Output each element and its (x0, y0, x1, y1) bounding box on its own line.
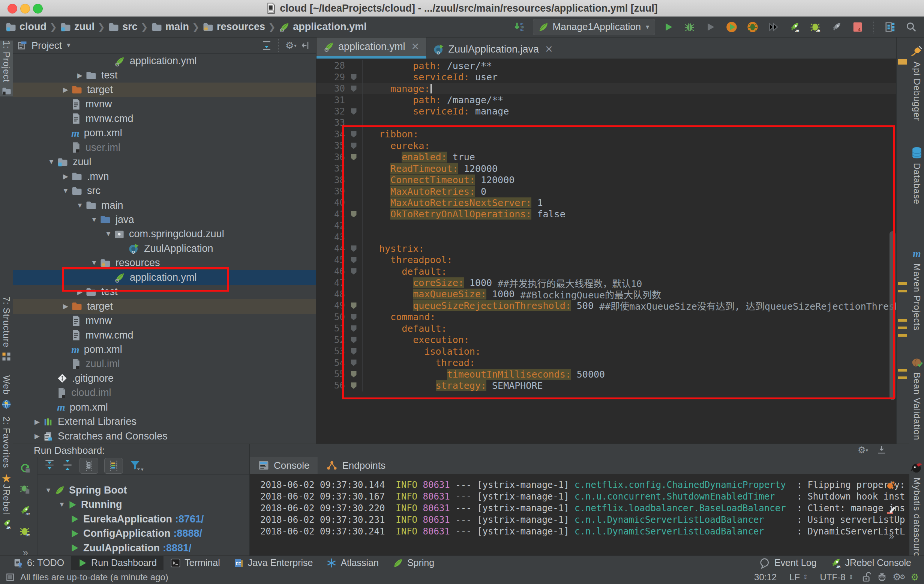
shield-gutter-icon[interactable] (351, 359, 356, 366)
code-line-53[interactable]: 53 isolation: (317, 346, 896, 357)
editor-scrollbar[interactable] (889, 231, 896, 400)
minimize-window-button[interactable] (20, 4, 30, 13)
tool-window-button-2-favorites[interactable]: 2: Favorites★ (0, 417, 13, 485)
shield-gutter-icon[interactable] (351, 131, 356, 137)
error-stripe[interactable] (896, 38, 909, 443)
debug-button[interactable] (682, 20, 697, 35)
code-line-47[interactable]: 47 coreSize: 1000 ##并发执行的最大线程数，默认10 (317, 277, 896, 288)
tree-item-scratches-and-consoles[interactable]: ▶Scratches and Consoles (13, 429, 316, 443)
tool-window-button-jrebel[interactable]: JRebelJR (0, 484, 13, 529)
chevron-right-icon[interactable]: ▶ (60, 172, 71, 180)
tree-item-java[interactable]: ▼java (13, 212, 316, 227)
tree-item-application-yml[interactable]: application.yml (13, 270, 316, 285)
breadcrumb-item[interactable]: main (151, 21, 189, 33)
dashboard-jr-bug-button[interactable]: JR (20, 526, 31, 539)
code-line-29[interactable]: 29 serviceId: user (317, 71, 896, 83)
dashboard-item-running[interactable]: ▼Running (56, 498, 122, 512)
lock-gutter-icon[interactable] (351, 303, 356, 309)
editor-tab-application-yml[interactable]: application.yml✕ (317, 38, 426, 58)
code-line-46[interactable]: 46 default: (317, 266, 896, 277)
code-line-39[interactable]: 39 MaxAutoRetries: 0 (317, 186, 896, 197)
code-line-54[interactable]: 54 thread: (317, 357, 896, 368)
code-line-48[interactable]: 48 maxQueueSize: 1000 ##BlockingQueue的最大… (317, 289, 896, 300)
tool-window-button-atlassian[interactable]: Atlassian (320, 556, 385, 570)
tree-item-com-springcloud-zuul[interactable]: ▼com.springcloud.zuul (13, 227, 316, 242)
chevron-down-icon[interactable]: ▼ (103, 230, 114, 238)
tree-item-src[interactable]: ▼src (13, 184, 316, 198)
code-line-37[interactable]: 37 ReadTimeout: 120000 (317, 163, 896, 174)
chevron-right-icon[interactable]: ▶ (60, 86, 71, 94)
tool-window-button-database[interactable]: Database (909, 146, 924, 205)
collapse-all-button[interactable] (61, 459, 74, 473)
tool-window-button-6-todo[interactable]: 6: TODO (6, 556, 71, 570)
code-line-50[interactable]: 50 command: (317, 311, 896, 323)
tool-window-button-web[interactable]: Web (0, 376, 13, 410)
tool-window-button-jrebel-console[interactable]: JRJRebel Console (823, 556, 918, 570)
chevron-down-icon[interactable]: ▼ (89, 216, 100, 224)
editor-tab-zuulapplication-java[interactable]: ZuulApplication.java✕ (426, 40, 560, 58)
shield-gutter-icon[interactable] (351, 86, 356, 92)
shield-gutter-icon[interactable] (351, 348, 356, 355)
code-line-41[interactable]: 41 OkToRetryOnAllOperations: false (317, 208, 896, 220)
tree-item-zuul-iml[interactable]: zuul.iml (13, 357, 316, 371)
tree-item-user-iml[interactable]: user.iml (13, 141, 316, 155)
skip-button[interactable] (766, 20, 781, 35)
tool-window-button-terminal[interactable]: Terminal (163, 556, 226, 570)
coverage-button[interactable] (724, 20, 739, 35)
chevron-down-icon[interactable]: ▼ (66, 42, 72, 49)
chevron-down-icon[interactable]: ▼ (60, 187, 71, 195)
code-line-33[interactable]: 33 (317, 117, 896, 128)
layout-button[interactable] (883, 20, 898, 35)
tree-item-pom-xml[interactable]: mpom.xml (13, 126, 316, 141)
maximize-window-button[interactable] (33, 4, 43, 13)
stripe-mark[interactable] (898, 319, 907, 322)
line-separator[interactable]: LF⇕ (785, 572, 811, 582)
tree-item-zuulapplication[interactable]: ZuulApplication (13, 242, 316, 256)
tool-window-button-event-log[interactable]: Event Log (752, 556, 823, 570)
profile-button[interactable] (745, 20, 760, 35)
lock-open-icon[interactable] (862, 572, 871, 582)
shield-gutter-icon[interactable] (351, 325, 356, 332)
code-area[interactable]: 28 path: /user/**29 serviceId: user30 ma… (317, 58, 896, 443)
chevron-right-icon[interactable]: ▶ (31, 432, 43, 440)
breadcrumb-item[interactable]: zuul (60, 21, 94, 33)
code-line-28[interactable]: 28 path: /user/** (317, 60, 896, 71)
file-encoding[interactable]: UTF-8⇕ (817, 572, 856, 582)
code-line-38[interactable]: 38 ConnectTimeout: 120000 (317, 174, 896, 185)
mybatis-log-button[interactable] (885, 479, 897, 492)
breadcrumb-item[interactable]: cloud (5, 21, 46, 33)
close-window-button[interactable] (8, 4, 17, 13)
tool-window-button-1-project[interactable]: 1: Project (0, 41, 13, 96)
tree-item-mvnw[interactable]: mvnw (13, 97, 316, 111)
console-log[interactable]: 2018-06-02 09:37:30.144 INFO 80631 --- [… (250, 474, 909, 556)
caret-position[interactable]: 30:12 (751, 572, 780, 582)
gear-icon[interactable]: ⚙▾ (858, 445, 868, 455)
chevron-right-icon[interactable]: ▶ (74, 71, 86, 79)
dashboard-item-eurekaapplication[interactable]: EurekaApplication:8761/ (70, 512, 204, 526)
teamcity-button[interactable]: 4 (850, 20, 865, 35)
jrebel-debug-button[interactable]: JR (808, 20, 823, 35)
code-line-45[interactable]: 45 threadpool: (317, 254, 896, 265)
stripe-mark[interactable] (898, 376, 907, 379)
tree-item--mvn[interactable]: ▶.mvn (13, 169, 316, 184)
tree-item--gitignore[interactable]: .gitignore (13, 371, 316, 386)
shield-gutter-icon[interactable] (351, 74, 356, 80)
dashboard-item-configapplication[interactable]: ConfigApplication:8888/ (70, 526, 202, 541)
tree-item-pom-xml[interactable]: mpom.xml (13, 400, 316, 415)
close-icon[interactable]: ✕ (545, 43, 553, 55)
collapse-all-icon[interactable] (261, 40, 272, 51)
tree-item-target[interactable]: ▶target (13, 299, 316, 314)
tool-window-button-mybatis-datasource[interactable]: Mybatis datasource (909, 462, 924, 562)
breadcrumb-item[interactable]: resources (203, 21, 265, 33)
tree-item-mvnw-cmd[interactable]: mvnw.cmd (13, 328, 316, 342)
close-icon[interactable]: ✕ (411, 41, 420, 53)
project-panel-title[interactable]: Project (31, 40, 62, 51)
dock-down-icon[interactable] (876, 445, 887, 455)
tool-window-button-java-enterprise[interactable]: EEJava Enterprise (227, 556, 320, 570)
code-line-43[interactable]: 43 (317, 232, 896, 243)
code-line-51[interactable]: 51 default: (317, 323, 896, 334)
gear-icon[interactable]: ⚙▾ (285, 40, 297, 51)
tool-window-button-spring[interactable]: Spring (386, 556, 441, 570)
tool-window-button-7-structure[interactable]: 7: Structure (0, 296, 13, 362)
tree-item-mvnw-cmd[interactable]: mvnw.cmd (13, 111, 316, 126)
